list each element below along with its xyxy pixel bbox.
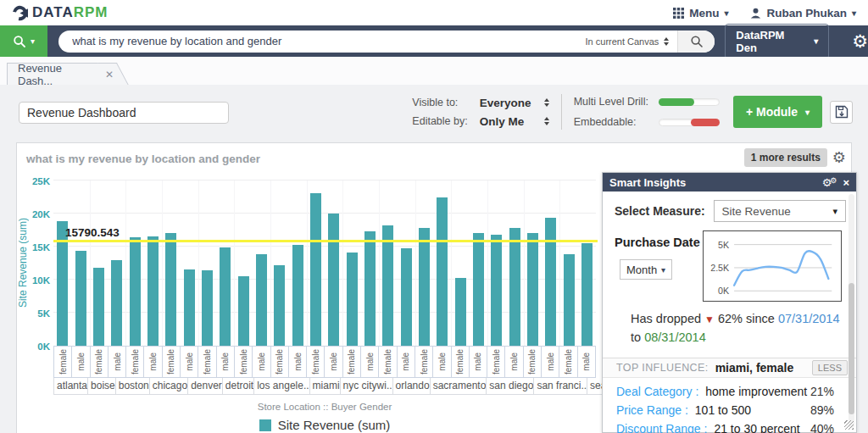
bar[interactable] xyxy=(473,233,484,346)
bar[interactable] xyxy=(347,253,358,346)
location-tick-cell: chicago xyxy=(149,378,187,395)
insights-scrollbar-track[interactable] xyxy=(849,194,854,428)
bar[interactable] xyxy=(184,269,195,346)
legend-label: Site Revenue (sum) xyxy=(278,418,391,432)
editable-by-value: Only Me xyxy=(480,115,532,128)
visible-to-select[interactable] xyxy=(544,98,549,107)
bar[interactable] xyxy=(581,243,593,346)
bar[interactable] xyxy=(238,276,249,346)
bar[interactable] xyxy=(437,197,448,346)
group-separator xyxy=(198,180,199,346)
embeddable-toggle[interactable] xyxy=(659,119,720,126)
influence-row[interactable]: Price Range :101 to 50089% xyxy=(603,401,856,419)
chart-question-title: what is my revenue by location and gende… xyxy=(26,153,260,165)
bar[interactable] xyxy=(93,268,104,346)
save-dashboard-button[interactable] xyxy=(830,101,853,124)
editable-by-select[interactable] xyxy=(544,117,549,125)
reference-line xyxy=(53,240,598,242)
dashboard-name-input[interactable] xyxy=(19,102,229,124)
module-settings-gear-icon[interactable]: ⚙ xyxy=(832,150,846,165)
bar[interactable] xyxy=(527,233,538,346)
panel-resize-handle[interactable] xyxy=(844,420,854,430)
influence-row[interactable]: Discount Range :21 to 30 percent40% xyxy=(603,419,856,433)
influence-label[interactable]: Discount Range : xyxy=(616,422,707,433)
gender-tick-cell: male xyxy=(469,346,487,378)
gender-tick-cell: female xyxy=(306,346,324,378)
bar[interactable] xyxy=(364,231,376,346)
datarpm-logo: DATARPM xyxy=(12,4,108,21)
bar[interactable] xyxy=(491,235,502,346)
workspace-dropdown[interactable]: DataRPM Den ▾ xyxy=(725,24,829,59)
bar[interactable] xyxy=(75,251,86,346)
bar[interactable] xyxy=(220,247,231,346)
gender-tick-cell: female xyxy=(559,346,576,378)
reference-line-label: 15790.543 xyxy=(65,226,120,239)
influence-label[interactable]: Price Range : xyxy=(616,403,688,417)
smart-insights-header[interactable]: Smart Insights ⚙⚙ × xyxy=(603,173,856,192)
gender-tick-cell: female xyxy=(90,346,108,378)
bar[interactable] xyxy=(111,260,122,346)
bar[interactable] xyxy=(509,228,520,346)
more-results-button[interactable]: 1 more results xyxy=(744,148,827,167)
visible-to-label: Visible to: xyxy=(412,97,467,108)
bar[interactable] xyxy=(564,254,575,346)
x-axis-gender-row: femalemalefemalemalefemalemalefemalemale… xyxy=(53,346,596,378)
bar[interactable] xyxy=(165,233,176,346)
menu-dropdown[interactable]: Menu ▾ xyxy=(673,7,728,19)
bar[interactable] xyxy=(328,214,339,346)
measure-select[interactable]: Site Revenue ▾ xyxy=(714,200,846,222)
bar[interactable] xyxy=(256,254,267,346)
y-tick-label: 20K xyxy=(27,209,50,219)
group-separator xyxy=(451,180,452,346)
location-tick-cell: sacramento xyxy=(430,378,487,395)
search-icon xyxy=(690,35,704,48)
gender-tick-cell: male xyxy=(324,346,342,378)
bar[interactable] xyxy=(130,237,141,346)
insights-close-icon[interactable]: × xyxy=(843,176,849,189)
search-input[interactable] xyxy=(58,35,576,47)
search-scope-select[interactable]: In current Canvas xyxy=(577,36,678,47)
influence-row[interactable]: Deal Category :home improvement21% xyxy=(603,382,856,401)
tab-close-icon[interactable]: ✕ xyxy=(105,69,114,80)
user-menu[interactable]: Ruban Phukan ▾ xyxy=(750,7,856,19)
trend-to-date[interactable]: 08/31/2014 xyxy=(644,330,706,344)
bar[interactable] xyxy=(292,245,303,346)
insights-scrollbar-thumb[interactable] xyxy=(849,283,854,414)
bar[interactable] xyxy=(382,225,393,346)
multi-level-drill-toggle[interactable] xyxy=(659,98,720,106)
chart-legend: Site Revenue (sum) xyxy=(53,418,596,432)
influence-label[interactable]: Deal Category : xyxy=(616,385,698,398)
bar[interactable] xyxy=(401,248,412,346)
add-module-button[interactable]: + Module ▾ xyxy=(733,96,822,128)
user-icon xyxy=(750,8,761,19)
y-axis-ticks: 0K5K10K15K20K25K xyxy=(27,180,50,346)
editable-by-label: Editable by: xyxy=(412,115,467,127)
embeddable-label: Embeddable: xyxy=(574,116,648,128)
bar[interactable] xyxy=(310,193,321,346)
bar[interactable] xyxy=(147,236,159,346)
search-mode-button[interactable]: ▾ xyxy=(0,25,47,57)
search-submit-button[interactable] xyxy=(677,31,715,53)
tab-revenue-dashboard[interactable]: Revenue Dash... ✕ xyxy=(7,63,114,85)
gender-tick-cell: female xyxy=(162,346,180,378)
trend-from-date[interactable]: 07/31/2014 xyxy=(778,312,840,325)
granularity-select[interactable]: Month ▾ xyxy=(620,259,672,280)
location-tick-cell: san franci.. xyxy=(533,378,587,395)
less-button[interactable]: LESS xyxy=(812,360,848,375)
plot-area: 15790.543 xyxy=(53,180,596,346)
bar[interactable] xyxy=(455,278,466,346)
insights-settings-gears-icon[interactable]: ⚙⚙ xyxy=(822,176,837,189)
group-separator xyxy=(342,180,343,346)
settings-gear-icon[interactable]: ⚙ xyxy=(852,32,868,50)
influence-value: 101 to 500 xyxy=(695,403,810,417)
bar[interactable] xyxy=(545,218,556,346)
bar[interactable] xyxy=(202,270,213,346)
gender-tick-cell: female xyxy=(415,346,432,378)
gender-tick-cell: female xyxy=(198,346,215,378)
gender-tick-cell: female xyxy=(270,346,288,378)
location-tick-cell: atlanta xyxy=(53,378,87,395)
location-tick-cell: nyc citywi.. xyxy=(340,378,392,395)
trend-down-icon: ▼ xyxy=(704,314,715,325)
bar[interactable] xyxy=(419,228,430,346)
bar[interactable] xyxy=(274,265,285,346)
